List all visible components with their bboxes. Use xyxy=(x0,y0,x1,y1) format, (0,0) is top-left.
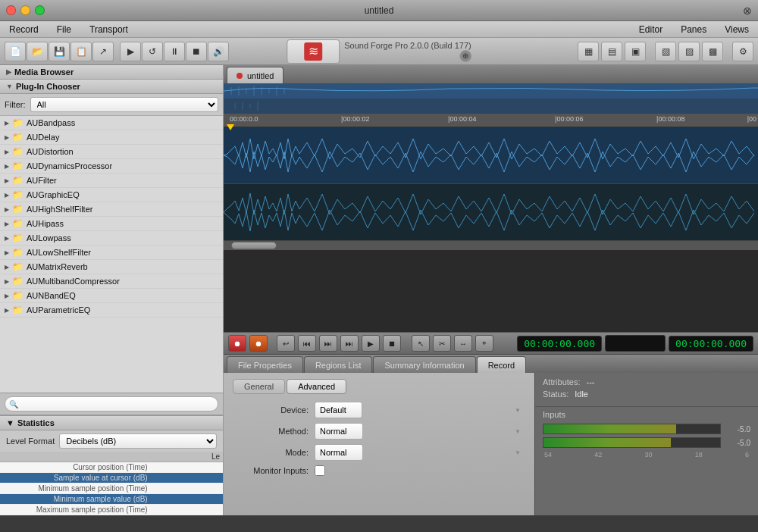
media-browser-label: Media Browser xyxy=(14,67,74,77)
list-item[interactable]: ▶📁AUDynamicsProcessor xyxy=(0,159,223,174)
search-input[interactable] xyxy=(5,396,218,412)
layout1-button[interactable]: ▧ xyxy=(655,42,676,61)
menu-record[interactable]: Record xyxy=(0,21,48,37)
file-tools: 📄 📂 💾 📋 ↗ xyxy=(5,42,114,61)
help-button[interactable]: ⊕ xyxy=(459,50,471,62)
tab-general[interactable]: General xyxy=(233,379,285,394)
record-button[interactable]: ⏺ xyxy=(228,335,246,352)
transport-tools: ▶ ↺ ⏸ ⏹ 🔊 xyxy=(120,42,229,61)
playloop-button[interactable]: ↺ xyxy=(142,42,163,61)
menu-file[interactable]: File xyxy=(48,21,80,37)
open-button[interactable]: 📂 xyxy=(27,42,48,61)
list-item[interactable]: ▶📁AUDelay xyxy=(0,130,223,145)
tab-summary-info[interactable]: Summary Information xyxy=(373,356,475,373)
cursor-tool[interactable]: ↖ xyxy=(412,335,430,352)
folder-icon: 📁 xyxy=(12,161,23,171)
record2-button[interactable]: ⏺ xyxy=(249,335,268,352)
statistics-header[interactable]: ▼ Statistics xyxy=(0,416,223,430)
tool3[interactable]: ⌖ xyxy=(475,335,493,352)
list-item[interactable]: ▶📁AUMatrixReverb xyxy=(0,260,223,274)
overview-waveform-2 xyxy=(224,99,758,114)
plugin-name: AUBandpass xyxy=(27,118,75,127)
filter-select[interactable]: All xyxy=(30,97,219,112)
playfrom-button[interactable]: ⏭ xyxy=(319,335,337,352)
list-item[interactable]: ▶📁AUMultibandCompressor xyxy=(0,274,223,289)
overview-waveform-1 xyxy=(224,83,758,99)
layout2-button[interactable]: ▨ xyxy=(678,42,700,61)
settings-button[interactable]: ⚙ xyxy=(732,42,753,61)
tool2[interactable]: ↔ xyxy=(454,335,472,352)
layout3-button[interactable]: ▩ xyxy=(702,42,723,61)
view2-button[interactable]: ▤ xyxy=(601,42,622,61)
monitor-checkbox[interactable] xyxy=(315,465,325,476)
mode-select[interactable]: Normal xyxy=(315,444,363,461)
menu-editor[interactable]: Editor xyxy=(630,21,672,37)
list-item[interactable]: ▶📁AUFilter xyxy=(0,174,223,188)
playnext-button[interactable]: ⏭ xyxy=(340,335,359,352)
export-button[interactable]: ↗ xyxy=(92,42,114,61)
level-format-select[interactable]: Decibels (dB) xyxy=(59,433,217,449)
monitor-label: Monitor Inputs: xyxy=(233,466,309,475)
list-item[interactable]: ▶📁AUBandpass xyxy=(0,116,223,130)
ruler-mark-3: |00:00:06 xyxy=(555,115,583,123)
play-button[interactable]: ▶ xyxy=(120,42,141,61)
stop-transport-button[interactable]: ⏹ xyxy=(383,335,401,352)
method-label: Method: xyxy=(233,427,309,436)
plugin-name: AULowpass xyxy=(27,233,71,243)
plugin-chooser-header[interactable]: ▼ Plug-In Chooser xyxy=(0,80,223,94)
prev-button[interactable]: ⏮ xyxy=(298,335,316,352)
close-button[interactable] xyxy=(6,5,16,15)
menu-panes[interactable]: Panes xyxy=(672,21,716,37)
media-browser-header[interactable]: ▶ Media Browser xyxy=(0,65,223,80)
scrollbar-thumb[interactable] xyxy=(231,242,277,249)
stats-cell: Minimum sample value (dB) xyxy=(3,495,148,503)
view3-button[interactable]: ▣ xyxy=(625,42,646,61)
stats-row: Minimum sample position (Time) xyxy=(0,483,223,494)
play-transport-button[interactable]: ▶ xyxy=(362,335,380,352)
pause-button[interactable]: ⏸ xyxy=(164,42,185,61)
list-item[interactable]: ▶📁AUGraphicEQ xyxy=(0,188,223,202)
tab-regions-list[interactable]: Regions List xyxy=(304,356,373,373)
list-item[interactable]: ▶📁AUNBandEQ xyxy=(0,289,223,303)
device-select[interactable]: Default xyxy=(315,402,362,418)
list-item[interactable]: ▶📁AULowShelfFilter xyxy=(0,246,223,260)
track-row-2 xyxy=(224,184,758,241)
ruler-mark-0: 00:00:0.0 xyxy=(230,115,258,123)
list-item[interactable]: ▶📁AUHipass xyxy=(0,217,223,231)
tool1[interactable]: ✂ xyxy=(433,335,451,352)
menu-transport[interactable]: Transport xyxy=(80,21,137,37)
stats-triangle: ▼ xyxy=(6,418,14,427)
new-button[interactable]: 📄 xyxy=(5,42,26,61)
saveas-button[interactable]: 📋 xyxy=(70,42,92,61)
tab-advanced[interactable]: Advanced xyxy=(287,379,346,394)
save-button[interactable]: 💾 xyxy=(49,42,70,61)
list-item[interactable]: ▶📁AUHighShelfFilter xyxy=(0,202,223,217)
media-browser-triangle: ▶ xyxy=(6,68,11,76)
plugin-name: AUDynamicsProcessor xyxy=(27,161,112,171)
item-triangle: ▶ xyxy=(5,192,9,199)
list-item[interactable]: ▶📁AUParametricEQ xyxy=(0,303,223,318)
maximize-button[interactable] xyxy=(35,5,45,15)
menu-bar: Record File Transport Editor Panes Views xyxy=(0,21,758,38)
menu-views[interactable]: Views xyxy=(716,21,758,37)
minimize-button[interactable] xyxy=(20,5,30,15)
attributes-label: Attributes: xyxy=(543,377,581,386)
meter-bar-2-wrap: -5.0 xyxy=(543,437,750,448)
tab-file-properties[interactable]: File Properties xyxy=(227,356,303,373)
tab-record[interactable]: Record xyxy=(477,356,526,373)
stop-button[interactable]: ⏹ xyxy=(186,42,207,61)
list-item[interactable]: ▶📁AUDistortion xyxy=(0,145,223,159)
meter-container: -5.0 -5.0 54 42 30 18 xyxy=(535,421,758,462)
view1-button[interactable]: ▦ xyxy=(578,42,599,61)
view-buttons: ▦ ▤ ▣ ▧ ▨ ▩ ⚙ xyxy=(578,42,753,61)
waveform-svg-1: // We'll draw this via SVG inline path d… xyxy=(224,127,758,183)
statistics-rows: Cursor position (Time) Sample value at c… xyxy=(0,462,223,515)
speaker-button[interactable]: 🔊 xyxy=(208,42,229,61)
horizontal-scrollbar[interactable] xyxy=(224,241,758,250)
main-tab[interactable]: untitled xyxy=(227,67,283,83)
ruler-mark-5: |00 xyxy=(747,115,756,123)
return-button[interactable]: ↩ xyxy=(277,335,295,352)
method-select[interactable]: Normal xyxy=(315,423,363,440)
inputs-label: Inputs xyxy=(535,407,758,421)
list-item[interactable]: ▶📁AULowpass xyxy=(0,231,223,246)
